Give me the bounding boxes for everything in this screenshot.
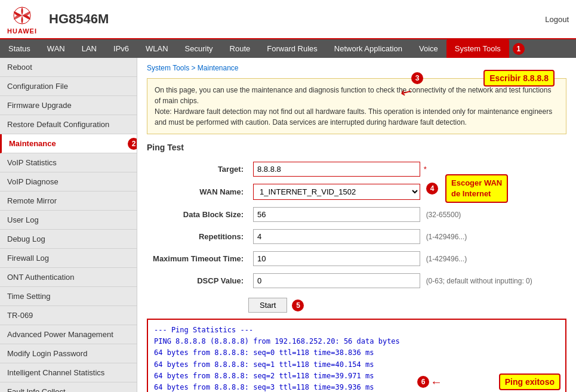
annotation-ping-exitoso: Ping exitoso (499, 374, 560, 390)
annotation-badge-3: 3 (411, 72, 423, 84)
repetitions-label: Repetitions: (147, 226, 248, 248)
datablock-label: Data Block Size: (147, 203, 248, 226)
sidebar-item-user-log[interactable]: User Log (0, 211, 137, 230)
sidebar: Reboot Configuration File Firmware Upgra… (0, 58, 137, 392)
nav-wlan[interactable]: WLAN (137, 39, 177, 58)
main-layout: Reboot Configuration File Firmware Upgra… (0, 58, 576, 392)
main-content: System Tools > Maintenance On this page,… (137, 58, 576, 392)
sidebar-item-channel-stats[interactable]: Intelligent Channel Statistics (0, 363, 137, 382)
nav-wan[interactable]: WAN (39, 39, 73, 58)
target-label: Target: (147, 158, 248, 180)
wan-select[interactable]: 1_INTERNET_R_VID_1502 (253, 184, 420, 200)
sidebar-item-tr069[interactable]: TR-069 (0, 306, 137, 325)
annotation-badge-1: 1 (513, 43, 525, 55)
logout-button[interactable]: Logout (545, 15, 569, 24)
repetitions-cell: (1-429496...) (248, 226, 566, 248)
target-input[interactable] (253, 162, 420, 177)
wan-cell: 1_INTERNET_R_VID_1502 4 Escoger WAN de I… (248, 180, 566, 203)
sidebar-item-debug-log[interactable]: Debug Log (0, 230, 137, 249)
wan-row: WAN Name: 1_INTERNET_R_VID_1502 4 Escoge… (147, 180, 566, 203)
sidebar-item-voip-stats[interactable]: VoIP Statistics (0, 153, 137, 172)
nav-system-tools[interactable]: System Tools (446, 39, 509, 58)
sidebar-item-remote-mirror[interactable]: Remote Mirror (0, 192, 137, 211)
nav-status[interactable]: Status (0, 39, 39, 58)
sidebar-item-time-setting[interactable]: Time Setting (0, 287, 137, 306)
timeout-input[interactable] (253, 251, 420, 266)
datablock-hint: (32-65500) (426, 211, 461, 219)
sidebar-item-maintenance[interactable]: Maintenance (0, 134, 137, 153)
sidebar-item-voip-diag[interactable]: VoIP Diagnose (0, 172, 137, 192)
datablock-row: Data Block Size: (32-65500) (147, 203, 566, 226)
sidebar-item-ont-auth[interactable]: ONT Authentication (0, 268, 137, 287)
repetitions-input[interactable] (253, 229, 420, 244)
timeout-row: Maximum Timeout Time: (1-429496...) (147, 248, 566, 270)
dscp-cell: (0-63; default without inputting: 0) (248, 270, 566, 292)
timeout-cell: (1-429496...) (248, 248, 566, 270)
datablock-cell: (32-65500) (248, 203, 566, 226)
dscp-input[interactable] (253, 273, 420, 288)
sidebar-item-power-mgmt[interactable]: Advanced Power Management (0, 325, 137, 344)
timeout-label: Maximum Timeout Time: (147, 248, 248, 270)
arrow-ping: ← (430, 375, 442, 388)
sidebar-item-firewall-log[interactable]: Firewall Log (0, 249, 137, 268)
info-text-2: Note: Hardware fault detection may not f… (155, 107, 552, 126)
dscp-hint: (0-63; default without inputting: 0) (426, 277, 532, 285)
sidebar-item-firmware[interactable]: Firmware Upgrade (0, 96, 137, 115)
breadcrumb-root: System Tools (147, 64, 189, 72)
nav-network-app[interactable]: Network Application (326, 39, 411, 58)
product-name: HG8546M (49, 11, 545, 27)
nav-route[interactable]: Route (221, 39, 259, 58)
ping-form: Target: * WAN Name: 1_INTERNET_R_VID_150… (147, 158, 566, 292)
breadcrumb-separator: > (189, 64, 198, 72)
datablock-input[interactable] (253, 207, 420, 222)
info-box: On this page, you can use the maintenanc… (147, 78, 566, 134)
target-required: * (424, 165, 427, 174)
info-text-1: On this page, you can use the maintenanc… (155, 86, 551, 105)
ping-test-title: Ping Test (147, 143, 566, 152)
annotation-badge-4: 4 (426, 183, 438, 195)
navbar: Status WAN LAN IPv6 WLAN Security Route … (0, 39, 576, 58)
sidebar-item-restore[interactable]: Restore Default Configuration (0, 115, 137, 134)
logo-area: HUAWEI (7, 4, 37, 35)
annotation-escribir: Escribir 8.8.8.8 (483, 70, 555, 87)
repetitions-hint: (1-429496...) (426, 233, 467, 241)
sidebar-item-fault-info[interactable]: Fault Info Collect (0, 382, 137, 392)
nav-lan[interactable]: LAN (73, 39, 105, 58)
nav-security[interactable]: Security (177, 39, 221, 58)
target-cell: * (248, 158, 566, 180)
sidebar-item-reboot[interactable]: Reboot (0, 58, 137, 77)
dscp-row: DSCP Value: (0-63; default without input… (147, 270, 566, 292)
annotation-badge-5: 5 (292, 300, 304, 311)
breadcrumb-current: Maintenance (198, 64, 239, 72)
huawei-logo (8, 4, 36, 27)
brand-label: HUAWEI (7, 27, 37, 35)
nav-ipv6[interactable]: IPv6 (105, 39, 137, 58)
nav-forward-rules[interactable]: Forward Rules (258, 39, 326, 58)
dscp-label: DSCP Value: (147, 270, 248, 292)
header: HUAWEI HG8546M Logout (0, 0, 576, 39)
timeout-hint: (1-429496...) (426, 255, 467, 263)
wan-label: WAN Name: (147, 180, 248, 203)
annotation-badge-2: 2 (128, 138, 137, 150)
sidebar-item-modify-password[interactable]: Modify Login Password (0, 344, 137, 363)
repetitions-row: Repetitions: (1-429496...) (147, 226, 566, 248)
start-button[interactable]: Start (248, 298, 287, 313)
annotation-badge-6: 6 (417, 376, 429, 388)
nav-voice[interactable]: Voice (411, 39, 446, 58)
annotation-wan: Escoger WAN de Internet (445, 174, 508, 203)
sidebar-item-config-file[interactable]: Configuration File (0, 77, 137, 96)
